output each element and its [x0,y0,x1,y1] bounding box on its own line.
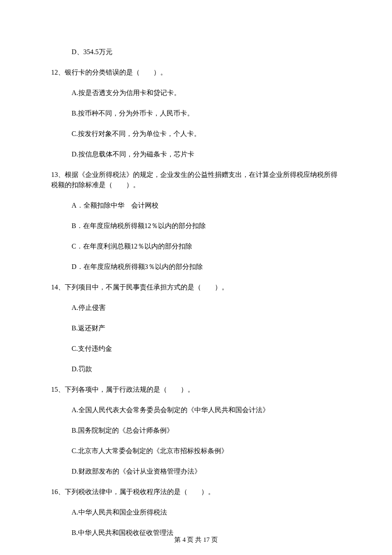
q13-option-d: D．在年度应纳税所得额3％以内的部分扣除 [51,262,341,272]
q13-stem: 13、根据《企业所得税法》的规定，企业发生的公益性捐赠支出，在计算企业所得税应纳… [51,170,341,190]
q12-option-a: A.按是否透支分为信用卡和贷记卡。 [51,88,341,98]
q16-stem: 16、下列税收法律中，属于税收程序法的是（ ）。 [51,487,341,497]
q15-stem: 15、下列各项中，属于行政法规的是（ ）。 [51,384,341,395]
q12-option-b: B.按币种不同，分为外币卡，人民币卡。 [51,108,341,119]
q15-option-b: B.国务院制定的《总会计师条例》 [51,425,341,436]
q13-option-c: C．在年度利润总额12％以内的部分扣除 [51,241,341,251]
q13-option-b: B．在年度应纳税所得额12％以内的部分扣除 [51,221,341,231]
q14-option-a: A.停止侵害 [51,303,341,313]
q15-option-d: D.财政部发布的《会计从业资格管理办法》 [51,466,341,477]
document-page: D、354.5万元 12、银行卡的分类错误的是（ ）。 A.按是否透支分为信用卡… [0,0,392,555]
q14-option-d: D.罚款 [51,364,341,374]
q14-option-b: B.返还财产 [51,323,341,333]
q12-stem: 12、银行卡的分类错误的是（ ）。 [51,67,341,78]
q12-option-d: D.按信息载体不同，分为磁条卡，芯片卡 [51,149,341,159]
q16-option-a: A.中华人民共和国企业所得税法 [51,507,341,517]
q15-option-a: A.全国人民代表大会常务委员会制定的《中华人民共和国会计法》 [51,405,341,415]
q12-option-c: C.按发行对象不同，分为单位卡，个人卡。 [51,129,341,139]
page-footer: 第 4 页 共 17 页 [0,536,392,544]
q14-option-c: C.支付违约金 [51,344,341,354]
q11-option-d: D、354.5万元 [51,47,341,57]
q13-option-a: A．全额扣除中华 会计网校 [51,200,341,211]
q15-option-c: C.北京市人大常委会制定的《北京市招标投标条例》 [51,446,341,456]
q14-stem: 14、下列项目中，不属于民事责任承担方式的是（ ）。 [51,282,341,292]
